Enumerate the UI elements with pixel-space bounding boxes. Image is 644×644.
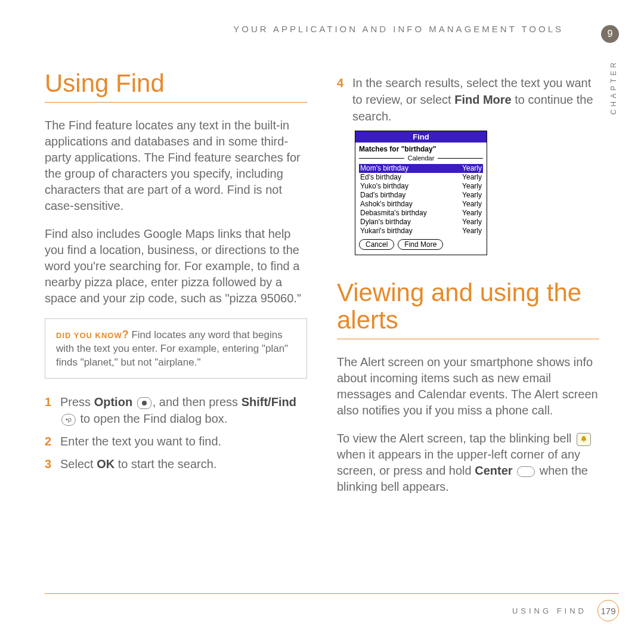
tip-question-mark: ? — [122, 329, 129, 340]
divider — [45, 102, 307, 103]
tip-label: DID YOU KNOW — [56, 331, 122, 340]
body-text: To view the Alert screen, tap the blinki… — [337, 431, 599, 495]
footer: USING FIND 179 — [45, 593, 619, 621]
step-3: 3 Select OK to start the search. — [45, 456, 307, 472]
find-more-button[interactable]: Find More — [398, 239, 443, 250]
section-heading-using-find: Using Find — [45, 70, 307, 97]
divider — [337, 339, 599, 339]
find-result-row[interactable]: Dylan's birthdayYearly — [359, 218, 483, 227]
find-result-row[interactable]: Debasmita's birthdayYearly — [359, 209, 483, 218]
shift-find-key-icon: •ρ — [61, 414, 76, 426]
body-text: Find also includes Google Maps links tha… — [45, 226, 307, 306]
find-result-row[interactable]: Yukari's birthdayYearly — [359, 227, 483, 236]
step-number: 3 — [45, 456, 60, 472]
section-heading-viewing-alerts: Viewing and using the alerts — [337, 279, 599, 334]
step-number: 2 — [45, 433, 60, 450]
center-key-icon — [517, 466, 535, 477]
find-result-row[interactable]: Dad's birthdayYearly — [359, 191, 483, 200]
option-key-icon — [137, 397, 151, 409]
find-result-row[interactable]: Ed's birthdayYearly — [359, 173, 483, 182]
footer-section: USING FIND — [512, 606, 587, 615]
running-head: YOUR APPLICATION AND INFO MANAGEMENT TOO… — [45, 24, 599, 34]
page-number: 179 — [597, 600, 619, 621]
body-text: The Alert screen on your smartphone show… — [337, 354, 599, 419]
find-result-row[interactable]: Ashok's birthdayYearly — [359, 200, 483, 209]
step-number: 1 — [45, 394, 60, 427]
bell-icon — [577, 433, 591, 446]
find-result-row[interactable]: Yuko's birthdayYearly — [359, 182, 483, 191]
find-dialog: Find Matches for "birthday" Calendar Mom… — [355, 131, 487, 255]
step-number: 4 — [337, 75, 352, 125]
body-text: The Find feature locates any text in the… — [45, 117, 307, 214]
step-2: 2 Enter the text you want to find. — [45, 433, 307, 450]
dialog-title: Find — [355, 131, 487, 143]
step-4: 4 In the search results, select the text… — [337, 75, 599, 125]
chapter-vertical-label: CHAPTER — [609, 60, 618, 114]
tip-box: DID YOU KNOW? Find locates any word that… — [45, 318, 307, 379]
dialog-matches-label: Matches for "birthday" — [359, 145, 483, 153]
dialog-divider: Calendar — [359, 154, 483, 162]
find-result-row[interactable]: Mom's birthdayYearly — [359, 164, 483, 173]
chapter-badge: 9 — [601, 25, 619, 43]
cancel-button[interactable]: Cancel — [359, 239, 394, 250]
step-1: 1 Press Option , and then press Shift/Fi… — [45, 394, 307, 427]
